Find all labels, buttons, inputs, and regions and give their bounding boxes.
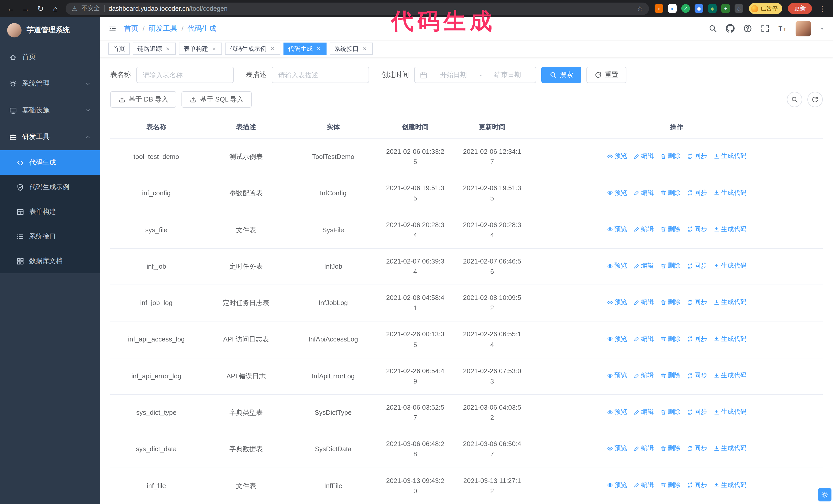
edit-link[interactable]: 编辑 [633, 261, 654, 271]
close-icon[interactable]: × [269, 45, 276, 52]
ext-puzzle-icon[interactable]: ◇ [735, 4, 743, 13]
sidebar-item-system-api[interactable]: 系统接口 [0, 224, 100, 249]
close-icon[interactable]: × [165, 45, 171, 52]
import-sql-button[interactable]: 基于 SQL 导入 [182, 91, 252, 108]
sidebar-item-infra[interactable]: 基础设施 [0, 97, 100, 124]
tag-item[interactable]: 系统接口× [330, 43, 373, 55]
paused-badge[interactable]: 已暂停 [749, 3, 782, 14]
generate-code-link[interactable]: 生成代码 [713, 444, 747, 454]
close-icon[interactable]: × [361, 45, 368, 52]
preview-link[interactable]: 预览 [607, 480, 627, 490]
delete-link[interactable]: 删除 [660, 224, 681, 235]
sidebar-item-system[interactable]: 系统管理 [0, 70, 100, 97]
delete-link[interactable]: 删除 [660, 334, 681, 344]
edit-link[interactable]: 编辑 [633, 334, 654, 344]
preview-link[interactable]: 预览 [607, 371, 627, 381]
sync-link[interactable]: 同步 [687, 444, 707, 454]
breadcrumb-item[interactable]: 首页 [124, 24, 138, 33]
create-time-range-picker[interactable]: 开始日期 - 结束日期 [414, 67, 536, 83]
delete-link[interactable]: 删除 [660, 297, 681, 308]
edit-link[interactable]: 编辑 [633, 151, 654, 161]
edit-link[interactable]: 编辑 [633, 224, 654, 235]
sidebar-item-dev-tools[interactable]: 研发工具 [0, 124, 100, 150]
delete-link[interactable]: 删除 [660, 188, 681, 198]
sync-link[interactable]: 同步 [687, 261, 707, 271]
sidebar-item-home[interactable]: 首页 [0, 44, 100, 70]
preview-link[interactable]: 预览 [607, 297, 627, 308]
preview-link[interactable]: 预览 [607, 151, 627, 161]
corner-fab[interactable] [818, 488, 831, 501]
generate-code-link[interactable]: 生成代码 [713, 261, 747, 271]
sync-link[interactable]: 同步 [687, 371, 707, 381]
breadcrumb-item[interactable]: 代码生成 [188, 24, 216, 33]
bookmark-star-icon[interactable]: ☆ [637, 5, 643, 12]
browser-home-icon[interactable]: ⌂ [51, 4, 60, 13]
user-avatar[interactable] [795, 21, 811, 36]
table-desc-input[interactable] [272, 67, 369, 83]
preview-link[interactable]: 预览 [607, 334, 627, 344]
breadcrumb-item[interactable]: 研发工具 [149, 24, 177, 33]
tag-item[interactable]: 代码生成示例× [225, 43, 280, 55]
browser-forward-icon[interactable]: → [21, 4, 30, 13]
sidebar-item-db-doc[interactable]: 数据库文档 [0, 249, 100, 273]
delete-link[interactable]: 删除 [660, 407, 681, 417]
tag-item[interactable]: 代码生成× [284, 43, 327, 55]
sync-link[interactable]: 同步 [687, 334, 707, 344]
edit-link[interactable]: 编辑 [633, 480, 654, 490]
github-icon[interactable] [726, 24, 735, 33]
edit-link[interactable]: 编辑 [633, 188, 654, 198]
ext-contacts-icon[interactable]: ◉ [695, 4, 703, 13]
delete-link[interactable]: 删除 [660, 480, 681, 490]
sidebar-item-form-builder[interactable]: 表单构建 [0, 199, 100, 224]
sync-link[interactable]: 同步 [687, 480, 707, 490]
preview-link[interactable]: 预览 [607, 188, 627, 198]
generate-code-link[interactable]: 生成代码 [713, 407, 747, 417]
edit-link[interactable]: 编辑 [633, 407, 654, 417]
help-icon[interactable] [743, 24, 752, 33]
sidebar-item-codegen-example[interactable]: 代码生成示例 [0, 175, 100, 199]
edit-link[interactable]: 编辑 [633, 444, 654, 454]
preview-link[interactable]: 预览 [607, 261, 627, 271]
delete-link[interactable]: 删除 [660, 444, 681, 454]
fullscreen-icon[interactable] [761, 24, 769, 33]
generate-code-link[interactable]: 生成代码 [713, 371, 747, 381]
tag-item[interactable]: 表单构建× [179, 43, 222, 55]
browser-menu-icon[interactable]: ⋮ [818, 4, 827, 13]
reset-button[interactable]: 重置 [587, 67, 626, 83]
browser-back-icon[interactable]: ← [6, 4, 15, 13]
sidebar-item-codegen[interactable]: 代码生成 [0, 150, 100, 175]
chevron-down-icon[interactable] [820, 26, 825, 31]
generate-code-link[interactable]: 生成代码 [713, 224, 747, 235]
address-bar[interactable]: ⚠ 不安全 dashboard.yudao.iocoder.cn/tool/co… [66, 2, 649, 15]
edit-link[interactable]: 编辑 [633, 297, 654, 308]
update-button[interactable]: 更新 [788, 3, 812, 14]
generate-code-link[interactable]: 生成代码 [713, 480, 747, 490]
sync-link[interactable]: 同步 [687, 407, 707, 417]
header-search-icon[interactable] [709, 24, 717, 33]
preview-link[interactable]: 预览 [607, 224, 627, 235]
toggle-search-button[interactable] [787, 92, 802, 107]
import-db-button[interactable]: 基于 DB 导入 [110, 91, 176, 108]
generate-code-link[interactable]: 生成代码 [713, 188, 747, 198]
ext-clip-icon[interactable]: ◆ [708, 4, 717, 13]
close-icon[interactable]: × [315, 45, 322, 52]
delete-link[interactable]: 删除 [660, 151, 681, 161]
refresh-table-button[interactable] [807, 92, 823, 107]
ext-leaf-icon[interactable]: ✦ [721, 4, 730, 13]
table-name-input[interactable] [136, 67, 234, 83]
ext-fox-icon[interactable]: ◗ [654, 4, 663, 13]
preview-link[interactable]: 预览 [607, 444, 627, 454]
sync-link[interactable]: 同步 [687, 188, 707, 198]
browser-reload-icon[interactable]: ↻ [36, 4, 45, 13]
sync-link[interactable]: 同步 [687, 151, 707, 161]
generate-code-link[interactable]: 生成代码 [713, 297, 747, 308]
generate-code-link[interactable]: 生成代码 [713, 151, 747, 161]
delete-link[interactable]: 删除 [660, 261, 681, 271]
tag-item[interactable]: 首页 [108, 43, 130, 55]
search-button[interactable]: 搜索 [541, 67, 581, 83]
tag-item[interactable]: 链路追踪× [133, 43, 176, 55]
sync-link[interactable]: 同步 [687, 297, 707, 308]
font-size-icon[interactable]: TT [778, 24, 787, 33]
sidebar-toggle-icon[interactable] [108, 24, 117, 33]
preview-link[interactable]: 预览 [607, 407, 627, 417]
